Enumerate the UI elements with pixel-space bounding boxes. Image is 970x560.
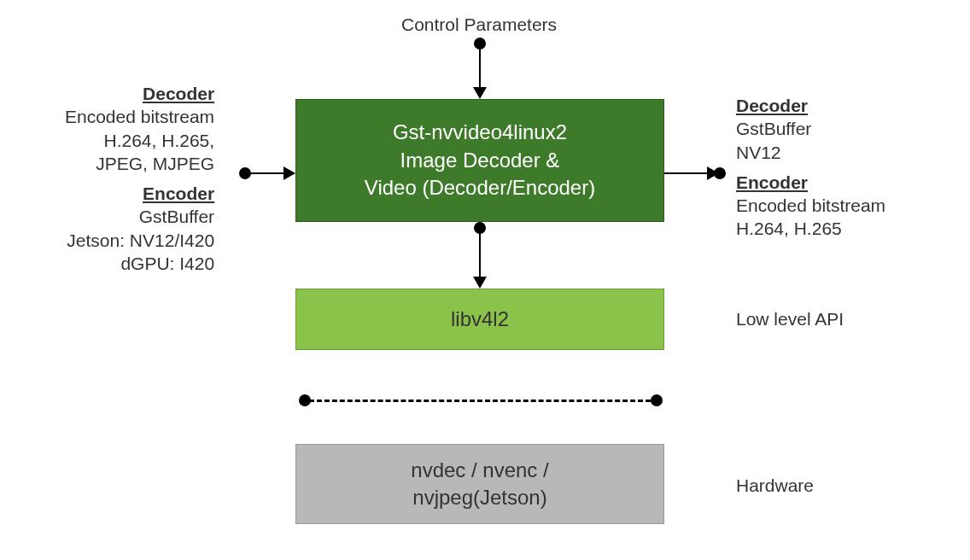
- low-level-api-label: Low level API: [736, 307, 844, 330]
- left-encoder-heading: Encoder: [143, 184, 214, 203]
- right-decoder-heading: Decoder: [736, 96, 808, 115]
- left-decoder-line3: JPEG, MJPEG: [96, 154, 214, 173]
- hardware-line1: nvdec / nvenc /: [411, 458, 548, 481]
- right-encoder-line2: H.264, H.265: [736, 219, 842, 238]
- control-arrow-head: [473, 87, 487, 99]
- right-decoder-line1: GstBuffer: [736, 119, 811, 138]
- left-decoder-line2: H.264, H.265,: [104, 131, 215, 150]
- left-decoder-heading: Decoder: [143, 84, 214, 103]
- right-output-dot: [714, 167, 726, 179]
- main-box-line2: Image Decoder &: [400, 149, 560, 172]
- hardware-box: nvdec / nvenc / nvjpeg(Jetson): [295, 444, 664, 524]
- libv4l2-box: libv4l2: [295, 289, 664, 350]
- left-arrow-line: [249, 172, 285, 174]
- left-encoder-line1: GstBuffer: [139, 207, 214, 226]
- right-decoder-line2: NV12: [736, 143, 781, 162]
- hardware-label: Hardware: [736, 474, 814, 497]
- libv4l2-text: libv4l2: [451, 306, 509, 333]
- left-encoder-line3: dGPU: I420: [120, 254, 214, 273]
- main-box-line3: Video (Decoder/Encoder): [365, 176, 595, 199]
- left-arrow-head: [283, 166, 295, 180]
- right-output-block: Decoder GstBuffer NV12 Encoder Encoded b…: [736, 94, 885, 241]
- main-box-line1: Gst-nvvideo4linux2: [393, 120, 567, 143]
- left-input-block: Decoder Encoded bitstream H.264, H.265, …: [65, 82, 219, 275]
- right-encoder-heading: Encoder: [736, 172, 808, 192]
- dashed-right-dot: [651, 394, 663, 406]
- main-to-libv4l2-head: [473, 277, 487, 289]
- left-encoder-line2: Jetson: NV12/I420: [67, 230, 214, 250]
- control-parameters-label: Control Parameters: [401, 13, 557, 36]
- right-encoder-line1: Encoded bitstream: [736, 195, 885, 215]
- right-arrow-line: [664, 172, 709, 174]
- main-to-libv4l2-line: [479, 232, 481, 278]
- hardware-line2: nvjpeg(Jetson): [412, 486, 546, 509]
- dashed-line: [309, 400, 651, 402]
- left-decoder-line1: Encoded bitstream: [65, 107, 214, 126]
- control-arrow-line: [479, 48, 481, 89]
- main-box: Gst-nvvideo4linux2 Image Decoder & Video…: [295, 99, 664, 222]
